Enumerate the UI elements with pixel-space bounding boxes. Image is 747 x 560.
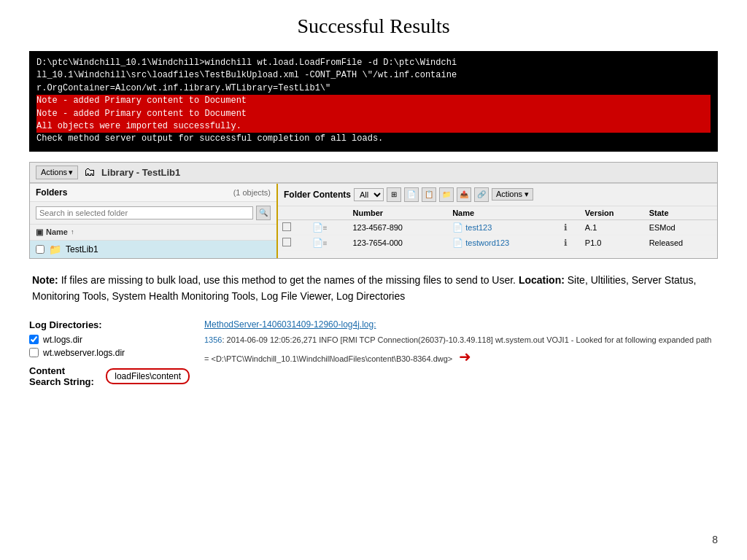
table-header-row: Number Name Version State	[278, 206, 717, 220]
log-search-label: Content Search String:	[29, 365, 98, 387]
row-version: A.1	[581, 219, 645, 235]
row-name: 📄 testword123	[448, 235, 560, 250]
log-left-col: Log Directories: wt.logs.dirwt.webserver…	[29, 319, 190, 387]
row-doc-icons: 📄≡	[308, 219, 349, 235]
folder-contents-pane: Folder Contents All ⊞ 📄 📋 📁 📤 🔗 Actions …	[278, 184, 717, 258]
fc-table: Number Name Version State 📄≡ 123-4567-89…	[278, 206, 717, 251]
log-line-number: 1356	[204, 335, 222, 344]
folder-row[interactable]: 📁 TestLib1	[30, 241, 276, 258]
name-col-label: Name	[46, 228, 68, 236]
fc-icon-btn-1[interactable]: ⊞	[387, 187, 401, 202]
expand-icon: ▣	[36, 228, 43, 237]
fc-toolbar: Folder Contents All ⊞ 📄 📋 📁 📤 🔗 Actions …	[278, 184, 717, 206]
dropdown-icon: ▾	[69, 168, 73, 177]
row-doc-icons: 📄≡	[308, 235, 349, 250]
fc-filter-select[interactable]: All	[354, 188, 384, 201]
row-number: 123-4567-890	[348, 219, 448, 235]
terminal-output: D:\ptc\Windchill_10.1\Windchill>windchil…	[29, 51, 718, 152]
log-directory-item: wt.webserver.logs.dir	[29, 348, 190, 358]
fc-icon-btn-2[interactable]: 📄	[404, 187, 419, 202]
note-bold: Note:	[32, 274, 58, 286]
fc-actions-button[interactable]: Actions ▾	[492, 188, 533, 201]
th-state: State	[645, 206, 717, 220]
log-line-text: : 2014-06-09 12:05:26,271 INFO [RMI TCP …	[204, 335, 711, 364]
th-checkbox	[278, 206, 308, 220]
library-icon: 🗂	[84, 166, 96, 179]
log-search-value: loadFiles\content	[106, 368, 190, 384]
row-info[interactable]: ℹ	[560, 235, 581, 250]
fc-icon-btn-3[interactable]: 📋	[422, 187, 436, 202]
wc-toolbar: Actions ▾ 🗂 Library - TestLib1	[30, 163, 717, 183]
log-link[interactable]: MethodServer-1406031409-12960-log4j.log:	[204, 319, 376, 330]
fc-title: Folder Contents	[284, 190, 351, 200]
folders-header: Folders (1 objects)	[30, 184, 276, 202]
log-layout: Log Directories: wt.logs.dirwt.webserver…	[29, 319, 718, 387]
folders-pane: Folders (1 objects) 🔍 ▣ Name ↑ 📁 TestLib…	[30, 184, 278, 258]
actions-button[interactable]: Actions ▾	[36, 166, 78, 179]
search-button[interactable]: 🔍	[256, 206, 271, 220]
log-item-label: wt.logs.dir	[43, 335, 82, 345]
info-icon[interactable]: ℹ	[564, 222, 568, 233]
note-section: Note: If files are missing to bulk load,…	[29, 272, 718, 305]
folders-search-bar: 🔍	[30, 202, 276, 225]
folders-col-header: ▣ Name ↑	[30, 225, 276, 241]
row-number: 123-7654-000	[348, 235, 448, 250]
sort-icon[interactable]: ↑	[71, 228, 74, 236]
log-directories-section: Log Directories: wt.logs.dirwt.webserver…	[29, 319, 718, 387]
log-checkbox[interactable]	[29, 348, 39, 357]
row-info[interactable]: ℹ	[560, 219, 581, 235]
fc-dropdown-icon: ▾	[525, 190, 529, 198]
row-version: P1.0	[581, 235, 645, 250]
folders-search-input[interactable]	[36, 206, 253, 219]
row-state: Released	[645, 235, 717, 250]
info-icon[interactable]: ℹ	[564, 238, 568, 248]
windchill-panel: Actions ▾ 🗂 Library - TestLib1 Folders (…	[29, 162, 718, 259]
fc-icon-btn-5[interactable]: 📤	[457, 187, 471, 202]
folder-icon: 📁	[49, 244, 61, 255]
note-text1: If files are missing to bulk load, use t…	[58, 274, 519, 286]
log-output: 1356: 2014-06-09 12:05:26,271 INFO [RMI …	[204, 334, 718, 368]
row-checkbox[interactable]	[278, 235, 308, 250]
th-info	[560, 206, 581, 220]
th-version: Version	[581, 206, 645, 220]
folders-count: (1 objects)	[233, 188, 271, 197]
folder-name: TestLib1	[66, 244, 98, 254]
table-row: 📄≡ 123-7654-000 📄 testword123 ℹ P1.0 Rel…	[278, 235, 717, 250]
fc-icon-btn-6[interactable]: 🔗	[474, 187, 489, 202]
folders-title: Folders	[36, 187, 67, 198]
row-checkbox[interactable]	[278, 219, 308, 235]
th-icons	[308, 206, 349, 220]
library-label: Library - TestLib1	[101, 167, 180, 178]
location-bold: Location:	[519, 274, 565, 286]
log-item-label: wt.webserver.logs.dir	[43, 348, 125, 358]
arrow-icon: ➜	[459, 349, 471, 365]
log-directory-item: wt.logs.dir	[29, 335, 190, 345]
row-name: 📄 test123	[448, 219, 560, 235]
doc-link[interactable]: testword123	[465, 238, 509, 247]
doc-link[interactable]: test123	[465, 223, 492, 232]
page-title: Successful Results	[29, 15, 718, 38]
actions-label: Actions	[41, 168, 67, 176]
log-title: Log Directories:	[29, 319, 190, 330]
th-number: Number	[348, 206, 448, 220]
folder-checkbox[interactable]	[36, 245, 44, 254]
page-number: 8	[712, 534, 718, 545]
fc-actions-label: Actions	[496, 190, 522, 198]
wc-content-area: Folders (1 objects) 🔍 ▣ Name ↑ 📁 TestLib…	[30, 183, 717, 258]
row-state: ESMod	[645, 219, 717, 235]
table-row: 📄≡ 123-4567-890 📄 test123 ℹ A.1 ESMod	[278, 219, 717, 235]
fc-icon-btn-4[interactable]: 📁	[439, 187, 454, 202]
log-checkbox[interactable]	[29, 335, 39, 344]
log-search-row: Content Search String: loadFiles\content	[29, 365, 190, 387]
th-name: Name	[448, 206, 560, 220]
log-right-col: MethodServer-1406031409-12960-log4j.log:…	[204, 319, 718, 387]
